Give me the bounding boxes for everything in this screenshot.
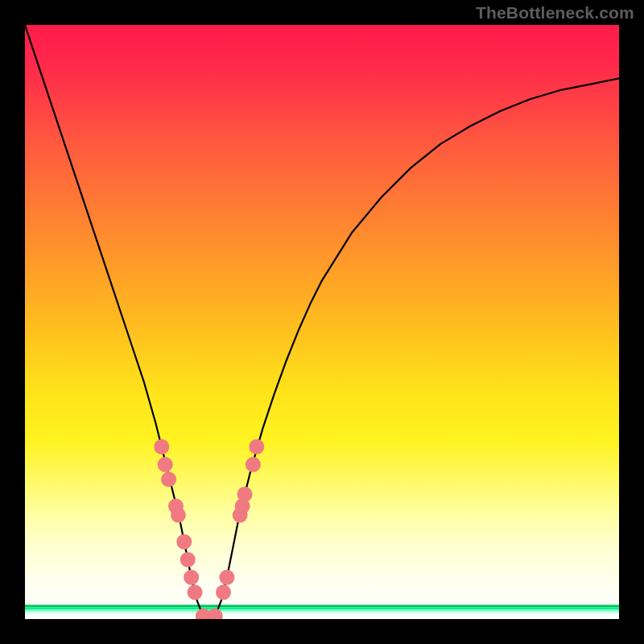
marker-dot — [184, 570, 199, 585]
band — [25, 615, 619, 619]
chart-background — [25, 25, 619, 619]
marker-dot — [237, 487, 253, 502]
marker-dot — [180, 552, 196, 568]
band — [25, 605, 619, 607]
marker-dot — [216, 584, 231, 600]
marker-dot — [158, 457, 173, 473]
chart-svg — [25, 25, 619, 619]
band — [25, 611, 619, 613]
marker-dot — [161, 472, 176, 487]
marker-dot — [154, 439, 169, 454]
marker-dot — [219, 570, 234, 585]
chart-stage: TheBottleneck.com — [0, 0, 644, 644]
band — [25, 613, 619, 615]
marker-dot — [246, 457, 261, 473]
marker-dot — [249, 439, 264, 454]
band — [25, 607, 619, 609]
watermark-text: TheBottleneck.com — [476, 3, 634, 23]
plot-area — [25, 25, 619, 619]
marker-dot — [176, 535, 192, 550]
band — [25, 609, 619, 611]
marker-dot — [188, 584, 203, 600]
marker-dot — [171, 507, 186, 522]
